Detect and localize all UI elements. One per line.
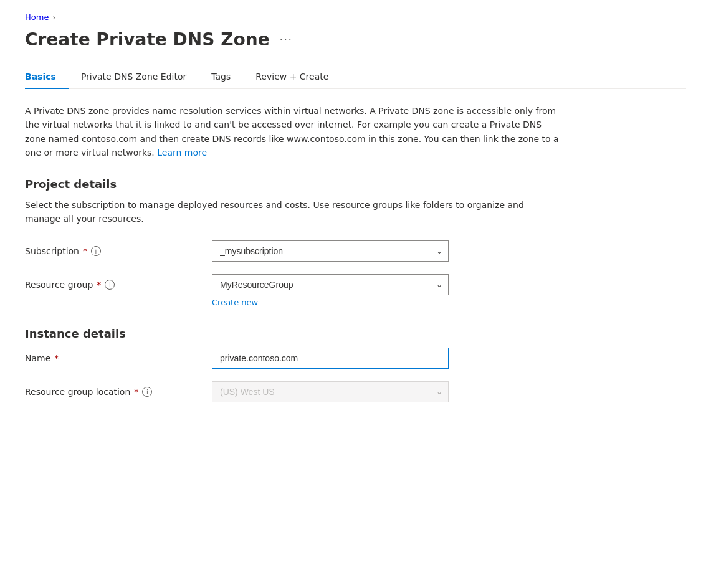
subscription-label: Subscription * i: [25, 246, 199, 256]
instance-details-section: Instance details Name * Resource group l…: [25, 327, 686, 402]
tab-dns-zone-editor[interactable]: Private DNS Zone Editor: [69, 65, 199, 89]
tab-tags[interactable]: Tags: [199, 65, 243, 89]
subscription-info-icon[interactable]: i: [91, 246, 101, 256]
location-required: *: [134, 387, 138, 397]
resource-group-info-icon[interactable]: i: [105, 280, 115, 290]
subscription-label-text: Subscription: [25, 246, 79, 256]
resource-group-select[interactable]: MyResourceGroup: [212, 274, 449, 295]
tab-review-create[interactable]: Review + Create: [243, 65, 341, 89]
name-required: *: [54, 353, 59, 363]
resource-group-select-wrapper: MyResourceGroup ⌄: [212, 274, 449, 295]
subscription-select-wrapper: _mysubscription ⌄: [212, 240, 449, 262]
tabs-container: Basics Private DNS Zone Editor Tags Revi…: [25, 65, 686, 89]
project-details-section: Project details Select the subscription …: [25, 178, 686, 308]
resource-group-required: *: [97, 280, 101, 290]
location-select: (US) West US: [212, 381, 449, 402]
info-text: A Private DNS zone provides name resolut…: [25, 104, 561, 160]
breadcrumb-separator: ›: [52, 13, 55, 22]
location-select-wrapper: (US) West US ⌄: [212, 381, 449, 402]
page-title-row: Create Private DNS Zone ···: [25, 29, 686, 50]
create-new-link[interactable]: Create new: [212, 298, 258, 307]
location-label-text: Resource group location: [25, 387, 130, 397]
resource-group-label: Resource group * i: [25, 280, 199, 290]
location-info-icon[interactable]: i: [142, 387, 152, 397]
breadcrumb-home[interactable]: Home: [25, 12, 49, 22]
page-title: Create Private DNS Zone: [25, 29, 270, 50]
breadcrumb: Home ›: [25, 12, 686, 22]
ellipsis-button[interactable]: ···: [277, 31, 295, 49]
name-label-text: Name: [25, 353, 50, 363]
name-input[interactable]: [212, 348, 449, 369]
location-label: Resource group location * i: [25, 387, 199, 397]
subscription-select[interactable]: _mysubscription: [212, 240, 449, 262]
subscription-required: *: [83, 246, 87, 256]
project-details-title: Project details: [25, 178, 686, 191]
name-row: Name *: [25, 348, 686, 369]
name-label: Name *: [25, 353, 199, 363]
resource-group-row: Resource group * i MyResourceGroup ⌄: [25, 274, 686, 295]
project-details-description: Select the subscription to manage deploy…: [25, 198, 561, 226]
tab-basics[interactable]: Basics: [25, 65, 69, 89]
instance-details-title: Instance details: [25, 327, 686, 340]
learn-more-link[interactable]: Learn more: [157, 148, 207, 158]
location-row: Resource group location * i (US) West US…: [25, 381, 686, 402]
resource-group-label-text: Resource group: [25, 280, 93, 290]
subscription-row: Subscription * i _mysubscription ⌄: [25, 240, 686, 262]
resource-group-block: Resource group * i MyResourceGroup ⌄ Cre…: [25, 274, 686, 307]
